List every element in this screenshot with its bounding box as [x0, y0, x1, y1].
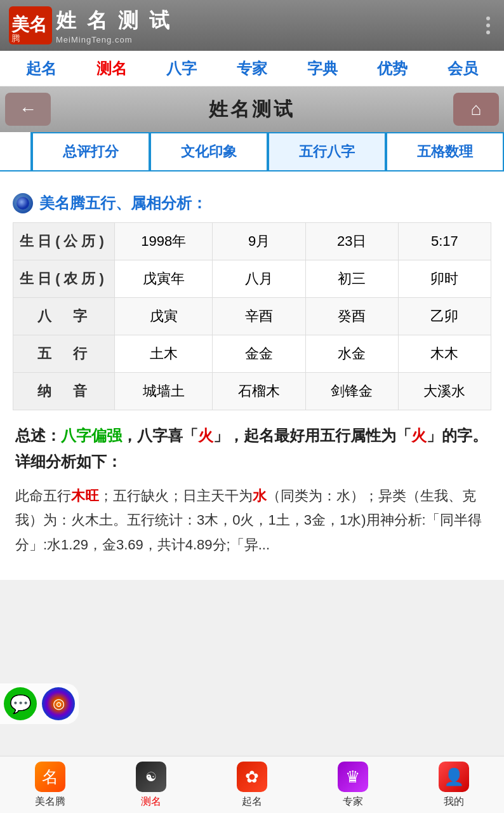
- bottom-nav-zhuanjia[interactable]: ♛ 专家: [302, 756, 403, 813]
- wechat-icon[interactable]: 💬: [4, 687, 37, 720]
- cell-wx-1: 土木: [115, 335, 213, 373]
- tab-wuxing[interactable]: 五行八字: [268, 132, 386, 170]
- row-header-nayin: 纳 音: [13, 373, 115, 410]
- nav-huiyuan[interactable]: 会员: [441, 55, 484, 83]
- body1-cont: ；五行缺火；日主天干为: [99, 488, 253, 504]
- table-row-lunar: 生日(农历) 戊寅年 八月 初三 卯时: [13, 260, 491, 298]
- camera-icon[interactable]: ◎: [42, 687, 75, 720]
- bottom-nav-cename-label: 测名: [141, 795, 161, 809]
- cell-lunar-month: 八月: [213, 260, 305, 298]
- bottom-nav-wode[interactable]: 👤 我的: [403, 756, 504, 813]
- svg-text:腾: 腾: [11, 34, 20, 43]
- cell-wx-2: 金金: [213, 335, 305, 373]
- menu-dots[interactable]: [481, 11, 495, 39]
- bottom-nav-meimingteng[interactable]: 名 美名腾: [0, 756, 101, 813]
- cell-bazi-3: 癸酉: [305, 298, 398, 335]
- summary-section: 总述：八字偏强，八字喜「火」，起名最好用五行属性为「火」的字。详细分析如下： 此…: [13, 423, 491, 557]
- bottom-nav-qiming[interactable]: ✿ 起名: [202, 756, 303, 813]
- bottom-nav-meimingteng-label: 美名腾: [35, 795, 65, 809]
- table-row-wuxing: 五 行 土木 金金 水金 木木: [13, 335, 491, 373]
- body1: 此命五行: [15, 488, 71, 504]
- cell-bazi-2: 辛酉: [213, 298, 305, 335]
- nav-zidian[interactable]: 字典: [301, 55, 344, 83]
- cell-day: 23日: [305, 223, 398, 260]
- cell-ny-1: 城墙土: [115, 373, 213, 410]
- bottom-nav-zhuanjia-label: 专家: [343, 795, 363, 809]
- bottom-nav-wode-label: 我的: [444, 795, 464, 809]
- wode-icon-wrap: 👤: [438, 761, 470, 793]
- qiming-icon-wrap: ✿: [236, 761, 268, 793]
- row-header-wuxing: 五 行: [13, 335, 115, 373]
- row-header-bazi: 八 字: [13, 298, 115, 335]
- nav-cename[interactable]: 测名: [90, 55, 133, 83]
- section-title-text: 美名腾五行、属相分析：: [39, 193, 207, 213]
- bottom-nav: 名 美名腾 ☯ 测名 ✿ 起名 ♛ 专家 👤: [0, 756, 504, 813]
- logo-sub-text: MeiMingTeng.com: [56, 35, 172, 44]
- cell-month: 9月: [213, 223, 305, 260]
- summary-part1: 八字偏强: [61, 427, 122, 444]
- nav-youshi[interactable]: 优势: [371, 55, 414, 83]
- nav-qiming[interactable]: 起名: [20, 55, 63, 83]
- section-icon: [13, 193, 33, 213]
- page-title: 姓名测试: [209, 97, 295, 123]
- summary-body: 此命五行木旺；五行缺火；日主天干为水（同类为：水）；异类（生我、克我）为：火木土…: [15, 484, 489, 558]
- header: 美名 腾 姓 名 测 试 MeiMingTeng.com: [0, 0, 504, 51]
- svg-point-3: [17, 197, 29, 210]
- main-content: 美名腾五行、属相分析： 生日(公历) 1998年 9月 23日 5:17 生日(…: [0, 171, 504, 580]
- meimingteng-icon-wrap: 名: [34, 761, 66, 793]
- wode-icon: 👤: [439, 762, 469, 792]
- zhuanjia-icon: ♛: [338, 762, 368, 792]
- tab-bar: 总评打分 文化印象 五行八字 五格数理: [0, 132, 504, 171]
- home-icon: ⌂: [471, 99, 482, 119]
- zhuanjia-icon-wrap: ♛: [337, 761, 369, 793]
- summary-p2s: 」，起名最好用五行属性为「: [213, 427, 411, 444]
- tab-spacer: [0, 132, 32, 170]
- qiming-icon: ✿: [237, 762, 267, 792]
- tab-zongping[interactable]: 总评打分: [32, 132, 150, 170]
- logo-main-text: 姓 名 测 试: [56, 7, 172, 35]
- back-arrow-icon: ←: [19, 99, 37, 119]
- body1-bold2: 水: [253, 488, 267, 504]
- dot3: [486, 30, 490, 34]
- cell-lunar-year: 戊寅年: [115, 260, 213, 298]
- tab-wenhua[interactable]: 文化印象: [150, 132, 268, 170]
- table-row-bazi: 八 字 戊寅 辛酉 癸酉 乙卯: [13, 298, 491, 335]
- cename-icon-wrap: ☯: [135, 761, 167, 793]
- cell-ny-4: 大溪水: [398, 373, 491, 410]
- summary-label: 总述：: [15, 427, 61, 444]
- cename-icon: ☯: [136, 762, 166, 792]
- bottom-nav-qiming-label: 起名: [242, 795, 262, 809]
- table-row-solar: 生日(公历) 1998年 9月 23日 5:17: [13, 223, 491, 260]
- row-header-solar: 生日(公历): [13, 223, 115, 260]
- row-header-lunar: 生日(农历): [13, 260, 115, 298]
- summary-fire2: 火: [411, 427, 427, 444]
- cell-time: 5:17: [398, 223, 491, 260]
- bottom-nav-cename[interactable]: ☯ 测名: [101, 756, 202, 813]
- summary-title: 总述：八字偏强，八字喜「火」，起名最好用五行属性为「火」的字。详细分析如下：: [15, 423, 489, 475]
- info-table: 生日(公历) 1998年 9月 23日 5:17 生日(农历) 戊寅年 八月 初…: [13, 222, 491, 410]
- logo-text: 姓 名 测 试 MeiMingTeng.com: [56, 7, 172, 44]
- dot1: [486, 17, 490, 20]
- nav-bazi[interactable]: 八字: [160, 55, 203, 83]
- home-button[interactable]: ⌂: [453, 93, 499, 126]
- dot2: [486, 24, 490, 27]
- cell-ny-2: 石榴木: [213, 373, 305, 410]
- cell-bazi-4: 乙卯: [398, 298, 491, 335]
- cell-ny-3: 剑锋金: [305, 373, 398, 410]
- cell-wx-4: 木木: [398, 335, 491, 373]
- summary-p1s: ，八字喜「: [122, 427, 198, 444]
- section-title: 美名腾五行、属相分析：: [13, 193, 491, 213]
- nav-bar: 起名 测名 八字 专家 字典 优势 会员: [0, 51, 504, 86]
- logo: 美名 腾 姓 名 测 试 MeiMingTeng.com: [9, 6, 172, 44]
- summary-fire1: 火: [198, 427, 213, 444]
- page-title-bar: ← 姓名测试 ⌂: [0, 86, 504, 132]
- table-row-nayin: 纳 音 城墙土 石榴木 剑锋金 大溪水: [13, 373, 491, 410]
- nav-zhuanjia[interactable]: 专家: [230, 55, 274, 83]
- cell-year: 1998年: [115, 223, 213, 260]
- cell-bazi-1: 戊寅: [115, 298, 213, 335]
- tab-wuge[interactable]: 五格数理: [386, 132, 504, 170]
- svg-text:美名: 美名: [11, 14, 47, 34]
- back-button[interactable]: ←: [5, 93, 51, 126]
- cell-lunar-day: 初三: [305, 260, 398, 298]
- cell-lunar-time: 卯时: [398, 260, 491, 298]
